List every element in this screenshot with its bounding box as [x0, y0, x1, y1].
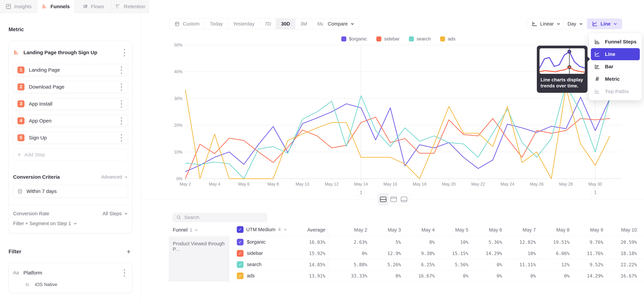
range-3m[interactable]: 3M [295, 18, 312, 29]
series-checkbox[interactable]: ✓ [237, 261, 244, 268]
conversion-window-button[interactable]: Within 7 days [13, 185, 128, 198]
add-step-label: Add Step [24, 152, 45, 158]
insights-icon [6, 4, 11, 10]
filter-operator[interactable]: Is [26, 282, 29, 287]
tooltip-text: Line charts display trends over time. [540, 74, 585, 89]
funnel-column-dropdown[interactable]: Funnel 1 [173, 227, 198, 233]
range-7d[interactable]: 7D [260, 18, 276, 29]
step-kebab-icon[interactable] [118, 82, 125, 92]
table-search [172, 213, 267, 222]
y-axis-tick-label: 0% [156, 176, 182, 181]
series-average: 14.85% [286, 262, 325, 267]
range-today[interactable]: Today [205, 18, 228, 29]
tab-flows[interactable]: Flows [74, 0, 112, 13]
search-icon [176, 215, 181, 220]
tab-retention[interactable]: Retention [112, 0, 149, 13]
funnel-column-count: 1 [190, 227, 192, 233]
filter-value[interactable]: iOS Native [35, 282, 57, 287]
series-value: 14.29% [570, 273, 603, 278]
series-checkbox[interactable]: ✓ [237, 239, 244, 246]
step-kebab-icon[interactable] [118, 133, 125, 142]
tab-label: Flows [91, 4, 104, 10]
funnels-icon [42, 4, 48, 10]
funnel-step-row[interactable]: 1Landing Page [13, 64, 128, 76]
step-kebab-icon[interactable] [118, 99, 125, 108]
tab-funnels[interactable]: Funnels [37, 0, 74, 13]
series-checkbox[interactable]: ✓ [237, 272, 244, 279]
series-value: 9.38% [401, 251, 435, 256]
filter-kebab-icon[interactable] [121, 268, 128, 278]
date-column-header: May 7 [502, 227, 536, 233]
series-value: 18.18% [604, 251, 637, 256]
filter-section-label: Filter [8, 249, 125, 255]
breakdown-column-count: 4 [278, 227, 281, 232]
series-value: 0% [468, 273, 502, 278]
breakdown-column-dropdown[interactable]: ✓ UTM Medium 4 [237, 226, 287, 233]
series-checkbox[interactable]: ✓ [237, 250, 244, 257]
chart-type-dropdown[interactable]: Line [587, 18, 622, 29]
split-view-button[interactable] [378, 194, 388, 205]
flows-icon [82, 4, 88, 10]
series-value: 9.76% [570, 240, 603, 245]
conversion-criteria-label: Conversion Criteria [13, 174, 101, 180]
line-chart-tooltip: Line charts display trends over time. [537, 46, 588, 93]
annotation-marker[interactable]: 1 [592, 188, 599, 197]
filter-card[interactable]: Aa Platform Is iOS Native [8, 263, 132, 293]
plus-icon: + [18, 151, 21, 158]
report-type-tabs: Insights Funnels Flows Retention [0, 0, 149, 13]
funnel-step-row[interactable]: 3App Install [13, 98, 128, 110]
chart-view-button[interactable] [388, 194, 399, 205]
compare-button[interactable]: Compare [323, 18, 359, 29]
range-30d[interactable]: 30D [276, 18, 295, 29]
breakdown-table: Funnel 1 ✓ UTM Medium 4 Average May 2May… [169, 225, 644, 285]
series-average: 13.91% [286, 273, 325, 278]
funnel-steps-icon [594, 39, 600, 45]
series-name: sidebar [247, 250, 263, 256]
report-main-area: CustomTodayYesterday7D30D3M6M12M Compare… [141, 0, 644, 302]
step-kebab-icon[interactable] [118, 65, 125, 75]
breakdown-checkbox[interactable]: ✓ [237, 226, 244, 233]
step-kebab-icon[interactable] [118, 116, 125, 126]
menu-item-funnel-steps[interactable]: Funnel Steps [591, 36, 640, 48]
granularity-dropdown[interactable]: Day [563, 18, 588, 29]
scale-dropdown[interactable]: Linear [527, 18, 565, 29]
granularity-label: Day [568, 21, 576, 27]
conversion-rate-dropdown[interactable]: All Steps [103, 211, 128, 216]
tab-label: Retention [124, 4, 145, 10]
series-value: 5.26% [368, 262, 401, 267]
funnel-step-cell[interactable]: Product Viewed through P... [169, 236, 230, 282]
range-yesterday[interactable]: Yesterday [228, 18, 260, 29]
menu-item-metric[interactable]: #Metric [591, 73, 640, 85]
menu-item-label: Bar [605, 64, 613, 70]
filter-segment-dropdown[interactable]: Filter + Segment on Step 1 [9, 218, 132, 233]
range-custom[interactable]: Custom [170, 18, 205, 29]
step-number-badge: 2 [18, 84, 24, 90]
series-search[interactable] [185, 85, 610, 179]
chevron-down-icon [350, 22, 354, 26]
table-view-icon [401, 197, 407, 202]
table-view-button[interactable] [399, 194, 409, 205]
search-input[interactable] [184, 215, 264, 220]
menu-item-bar[interactable]: Bar [591, 60, 640, 73]
add-step-button[interactable]: + Add Step [13, 149, 128, 161]
x-axis-tick-label: May 10 [289, 182, 316, 186]
series-ads[interactable] [185, 88, 610, 179]
series-name: ads [247, 273, 255, 278]
x-axis-tick-label: May 18 [406, 182, 433, 186]
menu-item-line[interactable]: Line [591, 48, 640, 60]
advanced-label: Advanced [101, 174, 122, 180]
advanced-dropdown[interactable]: Advanced [101, 174, 128, 180]
add-filter-button[interactable]: + [125, 248, 132, 256]
y-axis-tick-label: 30% [156, 96, 182, 101]
funnel-step-row[interactable]: 5Sign Up [13, 132, 128, 144]
funnel-step-row[interactable]: 2Download Page [13, 81, 128, 93]
metric-icon: # [594, 76, 600, 82]
tab-label: Insights [14, 4, 32, 10]
x-axis-tick-label: May 14 [348, 182, 374, 186]
step-number-badge: 4 [18, 117, 24, 124]
funnel-step-row[interactable]: 4App Open [13, 115, 128, 127]
annotation-marker[interactable]: 1 [358, 188, 364, 197]
line-chart-icon [592, 21, 598, 27]
metric-kebab-icon[interactable] [121, 48, 128, 57]
tab-insights[interactable]: Insights [0, 0, 37, 13]
